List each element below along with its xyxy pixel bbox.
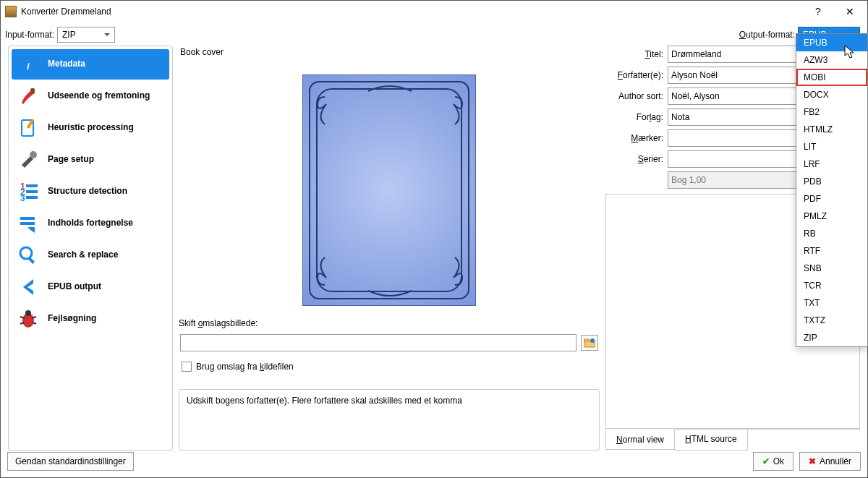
chevron-left-icon — [16, 276, 41, 298]
sidebar: i Metadata Udseende og fremtoning Heuris… — [8, 46, 173, 451]
svg-rect-9 — [26, 184, 38, 187]
cover-preview-area — [179, 61, 600, 310]
sidebar-item-label: EPUB output — [48, 282, 101, 292]
sidebar-item-page-setup[interactable]: Page setup — [12, 145, 169, 175]
output-format-option[interactable]: RTF — [796, 242, 867, 260]
use-source-cover-label: Brug omslag fra kildefilen — [196, 362, 294, 372]
list-icon: 123 — [16, 181, 41, 202]
title-label: Titel: — [605, 49, 668, 59]
sidebar-item-label: Metadata — [48, 59, 85, 69]
output-format-option[interactable]: AZW3 — [796, 51, 867, 69]
cancel-button[interactable]: ✖Annullér — [799, 452, 861, 471]
sidebar-item-label: Structure detection — [48, 187, 127, 197]
info-icon: i — [16, 54, 41, 75]
svg-rect-10 — [26, 190, 38, 193]
use-source-cover-checkbox[interactable] — [182, 362, 192, 372]
sidebar-item-search[interactable]: Search & replace — [12, 240, 169, 270]
sidebar-item-debug[interactable]: Fejlsøgning — [12, 304, 169, 334]
ok-button[interactable]: ✔Ok — [753, 452, 793, 471]
output-format-option[interactable]: TCR — [796, 277, 867, 294]
output-format-option[interactable]: LIT — [796, 138, 867, 155]
sidebar-item-toc[interactable]: Indholds fortegnelse — [12, 208, 169, 239]
sidebar-item-label: Udseende og fremtoning — [48, 91, 150, 101]
sidebar-item-look[interactable]: Udseende og fremtoning — [12, 81, 169, 111]
tab-normal-view[interactable]: Normal view — [605, 429, 675, 450]
output-format-option[interactable]: DOCX — [796, 86, 867, 103]
sidebar-item-label: Page setup — [48, 155, 94, 165]
bug-icon — [16, 308, 41, 330]
svg-point-5 — [30, 151, 37, 158]
window-title: Konvertér Drømmeland — [21, 7, 802, 17]
output-format-option[interactable]: EPUB — [796, 34, 867, 51]
publisher-label: Forlag: — [605, 112, 668, 122]
svg-rect-11 — [26, 196, 38, 199]
input-format-label: Input-format: — [5, 30, 54, 40]
output-format-option[interactable]: HTMLZ — [796, 121, 867, 138]
sidebar-item-label: Fejlsøgning — [48, 314, 96, 324]
brush-icon — [16, 85, 41, 107]
svg-rect-12 — [20, 217, 35, 220]
change-cover-label: Skift omslagsbillede: — [179, 318, 600, 328]
output-format-option[interactable]: FB2 — [796, 103, 867, 121]
browse-button[interactable] — [581, 335, 598, 351]
tab-html-source[interactable]: HTML source — [674, 430, 748, 451]
x-icon: ✖ — [809, 456, 816, 466]
sidebar-item-metadata[interactable]: i Metadata — [12, 49, 169, 80]
svg-rect-2 — [30, 88, 35, 94]
check-icon: ✔ — [762, 456, 770, 466]
output-format-option[interactable]: PDB — [796, 173, 867, 190]
cover-image — [302, 74, 476, 306]
input-format-select[interactable]: ZIP — [57, 27, 115, 43]
sidebar-item-heuristic[interactable]: Heuristic processing — [12, 113, 169, 143]
authors-label: Forfatter(e): — [605, 70, 668, 80]
output-format-option[interactable]: TXT — [796, 294, 867, 312]
output-format-option[interactable]: PDF — [796, 190, 867, 208]
tools-icon — [16, 149, 41, 171]
help-button[interactable]: ? — [802, 1, 834, 22]
sidebar-item-label: Indholds fortegnelse — [48, 218, 133, 229]
toc-icon — [16, 213, 41, 234]
svg-text:3: 3 — [20, 193, 25, 202]
close-button[interactable]: ✕ — [834, 1, 866, 22]
sidebar-item-structure[interactable]: 123 Structure detection — [12, 176, 169, 207]
series-label: Serier: — [605, 154, 668, 164]
titlebar: Konvertér Drømmeland ? ✕ — [1, 1, 867, 22]
svg-point-24 — [590, 338, 595, 343]
output-format-option[interactable]: PMLZ — [796, 208, 867, 225]
app-icon — [5, 6, 17, 17]
output-format-option[interactable]: MOBI — [796, 69, 867, 86]
hint-box: Udskift bogens forfatter(e). Flere forfa… — [179, 389, 600, 451]
sidebar-item-epub-output[interactable]: EPUB output — [12, 272, 169, 302]
search-icon — [16, 244, 41, 266]
output-format-dropdown[interactable]: EPUBAZW3MOBIDOCXFB2HTMLZLITLRFPDBPDFPMLZ… — [796, 33, 868, 347]
cover-heading: Book cover — [179, 46, 600, 57]
svg-rect-23 — [584, 339, 589, 341]
sidebar-item-label: Heuristic processing — [48, 123, 134, 133]
output-format-option[interactable]: ZIP — [796, 329, 867, 346]
output-format-option[interactable]: RB — [796, 225, 867, 242]
svg-rect-13 — [20, 222, 35, 225]
output-format-label: Output-format: — [739, 30, 795, 40]
author-sort-label: Author sort: — [605, 91, 668, 101]
output-format-option[interactable]: TXTZ — [796, 312, 867, 329]
wand-icon — [16, 117, 41, 139]
restore-defaults-button[interactable]: Gendan standardindstillinger — [7, 452, 134, 471]
svg-rect-15 — [27, 257, 35, 264]
svg-point-17 — [25, 310, 31, 316]
output-format-option[interactable]: LRF — [796, 155, 867, 173]
tags-label: Mærker: — [605, 133, 668, 143]
cover-path-input[interactable] — [180, 334, 576, 351]
output-format-option[interactable]: SNB — [796, 260, 867, 277]
sidebar-item-label: Search & replace — [48, 250, 118, 260]
